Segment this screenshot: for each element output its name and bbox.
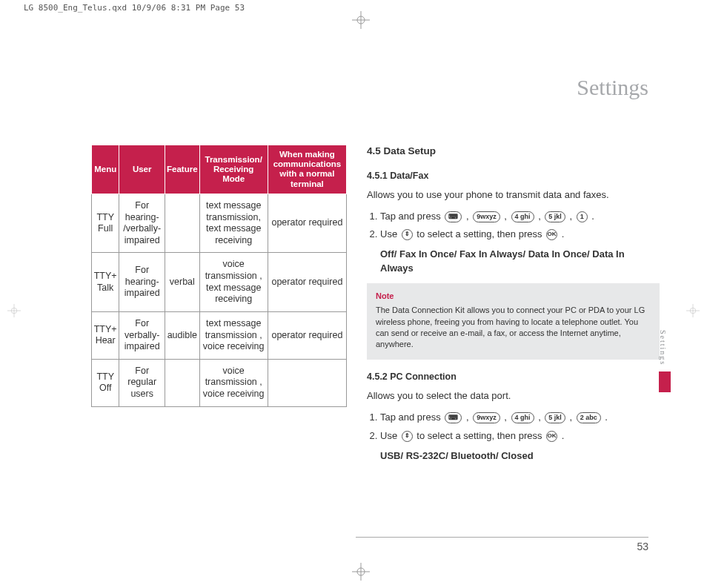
registration-mark-left [7,304,21,317]
table-cell: TTY+ Hear [92,311,119,359]
table-cell: operator required [268,194,346,253]
table-cell: audible [165,311,200,359]
step-text: Use [380,430,400,441]
phone-key-icon: 4 ghi [511,412,534,423]
phone-key-icon: ⌨ [445,211,462,222]
table-cell: operator required [268,311,346,359]
step-text: Use [380,228,400,240]
th-user: User [119,145,165,194]
th-feature: Feature [165,145,200,194]
intro-text: Allows you to use your phone to transmit… [367,188,660,202]
phone-key-icon: 5 jkl [545,211,565,222]
note-text: The Data Connection Kit allows you to co… [376,305,651,351]
side-tab: Settings [659,330,674,392]
phone-key-icon: ⌨ [445,412,462,423]
table-cell: text message transmission , voice receiv… [199,311,268,359]
registration-mark-top [352,11,370,29]
table-cell: For hearing- /verbally- impaired [119,194,165,253]
ok-key-icon: OK [546,431,557,442]
print-header: LG 8500_Eng_Telus.qxd 10/9/06 8:31 PM Pa… [22,0,246,16]
table-cell: TTY+ Talk [92,253,119,312]
table-cell: voice transmission , text message receiv… [199,253,268,312]
nav-key-icon: ⇕ [402,431,413,442]
registration-mark-right [686,304,700,317]
table-cell: operator required [268,253,346,312]
table-cell: For verbally- impaired [119,311,165,359]
note-label: Note [376,291,651,302]
page-title: Settings [577,75,648,100]
table-cell: For regular users [119,359,165,406]
subsection-heading: 4.5.2 PC Connection [367,370,660,383]
step-item: Use ⇕ to select a setting, then press OK… [380,228,660,276]
phone-key-icon: 4 ghi [511,211,534,222]
th-comm: When making communications with a normal… [268,145,346,194]
options-text: USB/ RS-232C/ Bluetooth/ Closed [380,449,534,463]
side-tab-bar [659,371,671,392]
intro-text: Allows you to select the data port. [367,389,660,403]
phone-key-icon: 2 abc [577,412,601,423]
step-item: Tap and press ⌨ , 9wxyz , 4 ghi , 5 jkl … [380,411,660,425]
table-cell [165,194,200,253]
tty-modes-table: Menu User Feature Transmission/ Receivin… [91,145,347,407]
step-text: . [562,430,565,441]
table-cell: For hearing- impaired [119,253,165,312]
page-number: 53 [356,537,648,552]
note-box: Note The Data Connection Kit allows you … [367,283,660,360]
table-cell: verbal [165,253,200,312]
step-text: . [605,412,608,423]
phone-key-icon: 9wxyz [473,211,500,222]
ok-key-icon: OK [546,229,557,240]
table-cell: TTY Off [92,359,119,406]
step-text: to select a setting, then press [416,430,545,441]
phone-key-icon: 9wxyz [473,412,500,423]
step-text: Tap and press [380,211,443,222]
options-text: Off/ Fax In Once/ Fax In Always/ Data In… [380,248,660,276]
right-column: 4.5 Data Setup 4.5.1 Data/Fax Allows you… [367,141,660,469]
nav-key-icon: ⇕ [402,229,413,240]
th-mode: Transmission/ Receiving Mode [199,145,268,194]
step-text: . [591,211,594,222]
step-item: Use ⇕ to select a setting, then press OK… [380,429,660,463]
phone-key-icon: 1 [577,211,588,222]
step-text: to select a setting, then press [416,228,545,240]
th-menu: Menu [92,145,119,194]
table-cell: text message transmission, text message … [199,194,268,253]
table-cell [165,359,200,406]
table-cell: voice transmission , voice receiving [199,359,268,406]
step-text: Tap and press [380,412,443,423]
table-cell: TTY Full [92,194,119,253]
step-text: . [562,228,565,240]
side-tab-label: Settings [659,330,667,366]
table-cell [268,359,346,406]
section-heading: 4.5 Data Setup [367,144,660,159]
step-item: Tap and press ⌨ , 9wxyz , 4 ghi , 5 jkl … [380,210,660,224]
subsection-heading: 4.5.1 Data/Fax [367,169,660,182]
phone-key-icon: 5 jkl [545,412,565,423]
